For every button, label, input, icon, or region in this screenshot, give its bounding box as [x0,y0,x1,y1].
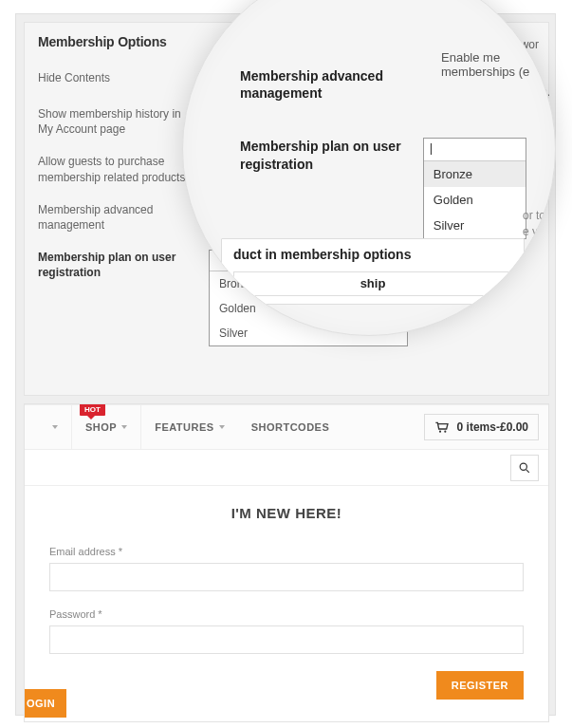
frag-wor2: wor [441,1,556,14]
svg-point-1 [444,431,446,433]
svg-point-0 [439,431,441,433]
store-nav: HOT SHOP FEATURES SHORTCODES 0 items [25,404,548,450]
settings-panel: Membership Options Hide Contents Hide al… [24,22,549,396]
register-form: I'M NEW HERE! Email address * Password *… [25,486,548,722]
nav-features-label: FEATURES [155,421,213,433]
lens-plan-row: Membership plan on user registration | B… [240,138,526,239]
storefront-panel: HOT SHOP FEATURES SHORTCODES 0 items [24,403,549,722]
chevron-down-icon [219,425,225,429]
search-bar [25,450,548,486]
nav-shop-label: SHOP [85,421,117,433]
lens-rt-fragments: or to e you [523,208,556,240]
lens-frag-myac: My Ac [441,81,556,92]
login-button[interactable]: OGIN [24,689,66,718]
svg-line-3 [526,470,529,473]
nav-shortcodes-label: SHORTCODES [251,421,330,433]
search-icon [519,462,530,474]
lens-frag-eyou: e you [523,224,556,240]
cart-items: 0 items [457,420,496,434]
password-label: Password * [49,608,524,620]
app-frame: Membership Options Hide Contents Hide al… [15,13,556,716]
advanced-mgmt-label: Membership advanced management [38,202,209,233]
register-title: I'M NEW HERE! [49,505,524,521]
lens-product-strip: duct in membership options ship [221,238,525,305]
nav-shortcodes[interactable]: SHORTCODES [238,405,343,449]
lens-option-golden[interactable]: Golden [424,187,526,213]
nav-shop[interactable]: SHOP [71,405,141,449]
lens-product-inner: ship [233,271,512,296]
lens-option-silver[interactable]: Silver [424,213,526,238]
lens-product-text: duct in membership options [233,247,411,262]
email-field[interactable] [49,563,524,591]
register-button[interactable]: REGISTER [436,671,524,700]
chevron-down-icon [52,425,58,429]
lens-frag-orto: or to [523,208,556,224]
chevron-down-icon [121,425,127,429]
search-button[interactable] [510,455,539,481]
email-label: Email address * [49,546,524,557]
hide-contents-label: Hide Contents [38,70,209,89]
lens-plan-label: Membership plan on user registration [240,138,421,239]
lens-frag-enable: Enable me [441,50,500,65]
nav-prev[interactable] [34,405,71,449]
lens-option-bronze[interactable]: Bronze [424,161,526,187]
cart-price: £0.00 [500,420,528,434]
svg-point-2 [520,463,526,470]
cart-summary[interactable]: 0 items - £0.00 [424,414,539,440]
lens-advanced-mgmt-label: Membership advanced management [240,67,420,102]
plan-on-reg-label: Membership plan on user registration [38,250,209,346]
lens-frag-ut: ut [441,136,556,147]
lens-plan-dropdown[interactable]: | Bronze Golden Silver [423,138,526,239]
cart-icon [434,420,450,434]
password-field[interactable] [49,625,524,654]
nav-features[interactable]: FEATURES [141,405,237,449]
